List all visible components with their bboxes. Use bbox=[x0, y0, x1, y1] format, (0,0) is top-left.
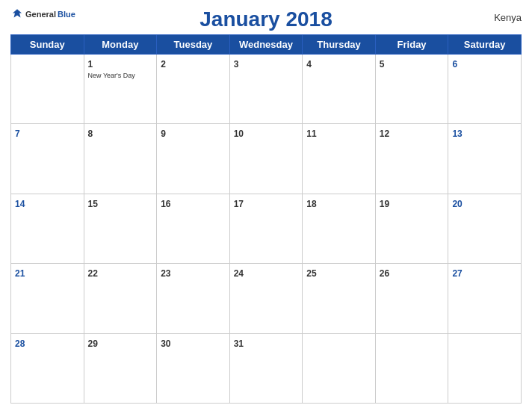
day-number: 27 bbox=[452, 268, 462, 279]
calendar-cell: 20 bbox=[448, 194, 522, 263]
calendar-cell: 22 bbox=[84, 264, 157, 333]
day-number: 10 bbox=[234, 129, 244, 139]
calendar-cell: 18 bbox=[303, 194, 376, 263]
day-number: 12 bbox=[380, 129, 389, 139]
holiday-label: New Year's Day bbox=[88, 72, 153, 80]
col-wednesday: Wednesday bbox=[229, 35, 303, 55]
calendar-cell: 10 bbox=[229, 124, 303, 194]
day-number: 15 bbox=[88, 199, 98, 209]
logo-bird-icon bbox=[10, 7, 24, 21]
day-number: 8 bbox=[88, 129, 93, 139]
day-number: 7 bbox=[15, 129, 20, 139]
svg-marker-0 bbox=[13, 9, 22, 17]
calendar-cell: 14 bbox=[11, 194, 84, 263]
day-number: 16 bbox=[161, 199, 170, 209]
day-number: 9 bbox=[161, 129, 166, 139]
day-number: 2 bbox=[161, 59, 166, 69]
header-row: General Blue January 2018 Kenya bbox=[10, 7, 522, 31]
day-number: 3 bbox=[234, 59, 239, 69]
calendar-cell: 19 bbox=[375, 194, 448, 263]
calendar-week-3: 21222324252627 bbox=[11, 264, 522, 333]
calendar-wrapper: General Blue January 2018 Kenya Sunday M… bbox=[0, 0, 532, 411]
calendar-cell: 12 bbox=[375, 124, 448, 194]
calendar-cell: 23 bbox=[157, 264, 230, 333]
day-number: 24 bbox=[234, 268, 244, 279]
calendar-cell: 4 bbox=[303, 55, 376, 124]
country-label: Kenya bbox=[494, 12, 522, 23]
col-friday: Friday bbox=[375, 35, 448, 55]
day-number: 6 bbox=[452, 59, 457, 69]
calendar-cell: 7 bbox=[11, 124, 84, 194]
calendar-week-0: 1New Year's Day23456 bbox=[11, 55, 522, 124]
calendar-title: January 2018 bbox=[200, 7, 332, 31]
header-row-days: Sunday Monday Tuesday Wednesday Thursday… bbox=[11, 35, 522, 55]
calendar-cell: 24 bbox=[229, 264, 303, 333]
calendar-cell: 21 bbox=[11, 264, 84, 333]
day-number: 29 bbox=[88, 339, 98, 349]
calendar-cell: 29 bbox=[84, 333, 157, 403]
calendar-cell: 1New Year's Day bbox=[84, 55, 157, 124]
day-number: 11 bbox=[306, 129, 316, 139]
calendar-cell: 11 bbox=[303, 124, 376, 194]
calendar-cell: 6 bbox=[448, 55, 522, 124]
day-number: 25 bbox=[306, 268, 316, 279]
day-number: 22 bbox=[88, 268, 98, 279]
day-number: 26 bbox=[380, 268, 389, 279]
calendar-cell: 9 bbox=[157, 124, 230, 194]
calendar-table: Sunday Monday Tuesday Wednesday Thursday… bbox=[10, 34, 522, 404]
day-number: 19 bbox=[380, 199, 389, 209]
day-number: 30 bbox=[161, 339, 170, 349]
calendar-cell bbox=[11, 55, 84, 124]
calendar-week-4: 28293031 bbox=[11, 333, 522, 403]
calendar-cell: 28 bbox=[11, 333, 84, 403]
day-number: 28 bbox=[15, 339, 25, 349]
col-tuesday: Tuesday bbox=[157, 35, 230, 55]
col-saturday: Saturday bbox=[448, 35, 522, 55]
day-number: 14 bbox=[15, 199, 25, 209]
day-number: 31 bbox=[234, 339, 244, 349]
calendar-cell: 16 bbox=[157, 194, 230, 263]
calendar-cell bbox=[375, 333, 448, 403]
logo-general: General bbox=[25, 10, 56, 19]
calendar-cell: 3 bbox=[229, 55, 303, 124]
calendar-cell: 25 bbox=[303, 264, 376, 333]
calendar-cell: 8 bbox=[84, 124, 157, 194]
calendar-cell: 5 bbox=[375, 55, 448, 124]
calendar-cell: 31 bbox=[229, 333, 303, 403]
calendar-week-2: 14151617181920 bbox=[11, 194, 522, 263]
day-number: 4 bbox=[306, 59, 312, 69]
calendar-cell: 17 bbox=[229, 194, 303, 263]
calendar-cell: 15 bbox=[84, 194, 157, 263]
day-number: 20 bbox=[452, 199, 462, 209]
day-number: 21 bbox=[15, 268, 25, 279]
day-number: 1 bbox=[88, 59, 93, 69]
calendar-cell: 2 bbox=[157, 55, 230, 124]
calendar-cell: 26 bbox=[375, 264, 448, 333]
calendar-cell: 13 bbox=[448, 124, 522, 194]
logo-blue: Blue bbox=[58, 10, 75, 19]
calendar-cell: 27 bbox=[448, 264, 522, 333]
col-thursday: Thursday bbox=[303, 35, 376, 55]
calendar-cell bbox=[303, 333, 376, 403]
calendar-cell bbox=[448, 333, 522, 403]
logo-area: General Blue bbox=[10, 7, 75, 21]
logo-text: General Blue bbox=[10, 7, 75, 21]
day-number: 13 bbox=[452, 129, 462, 139]
day-number: 5 bbox=[380, 59, 385, 69]
calendar-cell: 30 bbox=[157, 333, 230, 403]
calendar-body: 1New Year's Day2345678910111213141516171… bbox=[11, 55, 522, 404]
col-monday: Monday bbox=[84, 35, 157, 55]
col-sunday: Sunday bbox=[11, 35, 84, 55]
day-number: 23 bbox=[161, 268, 170, 279]
day-number: 17 bbox=[234, 199, 244, 209]
day-number: 18 bbox=[306, 199, 316, 209]
calendar-week-1: 78910111213 bbox=[11, 124, 522, 194]
